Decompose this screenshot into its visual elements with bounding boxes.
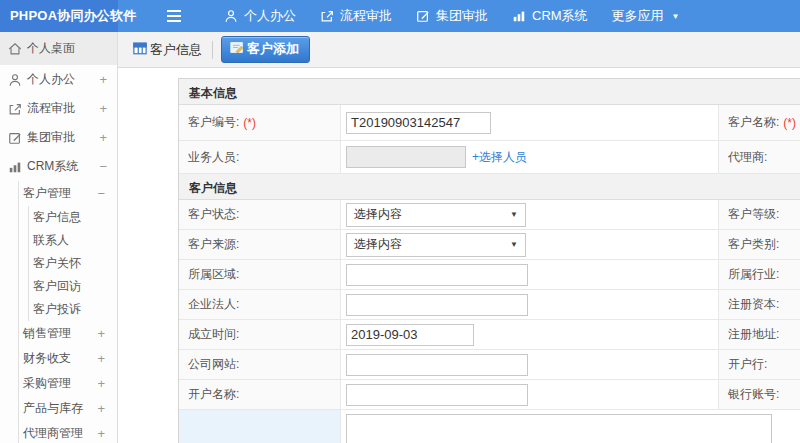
bank-label: 开户行: [719, 350, 800, 379]
required-marker: (*) [243, 116, 256, 130]
form-row-source: 客户来源: 选择内容 ▼ 客户类别: [179, 230, 800, 260]
website-input[interactable] [346, 354, 528, 376]
customer-level-label: 客户等级: [719, 200, 800, 229]
form-add-icon [230, 41, 244, 57]
chart-icon [8, 159, 23, 174]
flow-approve-icon [8, 101, 23, 116]
sidebar: 个人桌面 个人办公 + 流程审批 + 集团审批 + CRM系统 − 客户管理 − [0, 32, 118, 443]
section-header-basic-info: 基本信息 [179, 79, 800, 105]
sidebar-item-customer-info[interactable]: 客户信息 [29, 206, 117, 229]
form-row-region: 所属区域: 所属行业: [179, 260, 800, 290]
sidebar-item-finance[interactable]: 财务收支 + [19, 346, 117, 371]
user-icon [8, 72, 23, 87]
customer-no-input[interactable] [346, 112, 491, 134]
industry-label: 所属行业: [719, 260, 800, 289]
flow-approve-icon [320, 9, 334, 23]
sidebar-item-purchasing[interactable]: 采购管理 + [19, 371, 117, 396]
form-row-note [179, 410, 800, 443]
hamburger-menu-icon[interactable] [166, 0, 186, 32]
bank-account-label: 银行账号: [719, 380, 800, 409]
sidebar-item-personal-office[interactable]: 个人办公 + [0, 65, 117, 94]
customer-management-submenu: 客户信息 联系人 客户关怀 客户回访 客户投诉 [28, 206, 117, 321]
customer-no-label: 客户编号: (*) [179, 105, 341, 140]
chart-icon [512, 9, 526, 23]
sidebar-item-customer-management[interactable]: 客户管理 − [19, 181, 117, 206]
founded-date-input[interactable] [346, 324, 474, 346]
account-name-input[interactable] [346, 384, 528, 406]
section-header-customer-info: 客户信息 [179, 174, 800, 200]
nav-crm-system[interactable]: CRM系统 [500, 0, 600, 32]
sidebar-item-personal-desktop[interactable]: 个人桌面 [0, 32, 117, 65]
sidebar-item-flow-approval[interactable]: 流程审批 + [0, 94, 117, 123]
agent-label: 代理商: [719, 141, 800, 173]
dropdown-arrow-icon: ▼ [510, 240, 518, 249]
customer-source-select[interactable]: 选择内容 ▼ [346, 233, 526, 257]
sidebar-item-group-approval[interactable]: 集团审批 + [0, 123, 117, 152]
website-label: 公司网站: [179, 350, 341, 379]
tab-customer-add[interactable]: 客户添加 [221, 36, 310, 63]
customer-status-label: 客户状态: [179, 200, 341, 229]
nav-group-approval[interactable]: 集团审批 [404, 0, 500, 32]
expand-icon[interactable]: + [97, 426, 107, 441]
region-label: 所属区域: [179, 260, 341, 289]
edit-icon [8, 130, 23, 145]
legal-person-label: 企业法人: [179, 290, 341, 319]
customer-category-label: 客户类别: [719, 230, 800, 259]
sidebar-item-customer-care[interactable]: 客户关怀 [29, 252, 117, 275]
user-icon [224, 9, 238, 23]
sidebar-item-customer-followup[interactable]: 客户回访 [29, 275, 117, 298]
expand-icon[interactable]: + [99, 130, 109, 145]
home-icon [8, 41, 23, 56]
collapse-icon[interactable]: − [99, 159, 109, 174]
sidebar-item-crm-system[interactable]: CRM系统 − [0, 152, 117, 181]
customer-status-select[interactable]: 选择内容 ▼ [346, 203, 526, 227]
app-logo: PHPOA协同办公软件 [0, 0, 118, 32]
sidebar-item-sales-management[interactable]: 销售管理 + [19, 321, 117, 346]
registered-capital-label: 注册资本: [719, 290, 800, 319]
account-name-label: 开户名称: [179, 380, 341, 409]
table-icon [133, 42, 147, 58]
customer-add-form: 基本信息 客户编号: (*) 客户名称: (*) [118, 68, 800, 443]
customer-name-label: 客户名称: (*) [719, 105, 800, 140]
choose-person-link[interactable]: +选择人员 [472, 149, 527, 166]
collapse-icon[interactable]: − [97, 186, 107, 201]
sidebar-item-contacts[interactable]: 联系人 [29, 229, 117, 252]
edit-icon [416, 9, 430, 23]
expand-icon[interactable]: + [99, 101, 109, 116]
form-row-legal-person: 企业法人: 注册资本: [179, 290, 800, 320]
form-row-status: 客户状态: 选择内容 ▼ 客户等级: [179, 200, 800, 230]
region-input[interactable] [346, 264, 528, 286]
form-row-customer-no: 客户编号: (*) 客户名称: (*) [179, 105, 800, 141]
sidebar-item-agent-management[interactable]: 代理商管理 + [19, 421, 117, 443]
dropdown-arrow-icon: ▼ [510, 210, 518, 219]
crm-submenu: 客户管理 − 客户信息 联系人 客户关怀 客户回访 客户投诉 销售管理 + 财务… [18, 181, 117, 443]
registered-address-label: 注册地址: [719, 320, 800, 349]
expand-icon[interactable]: + [97, 351, 107, 366]
expand-icon[interactable]: + [97, 326, 107, 341]
legal-person-input[interactable] [346, 294, 528, 316]
sidebar-item-products-inventory[interactable]: 产品与库存 + [19, 396, 117, 421]
caret-down-icon: ▼ [672, 12, 680, 21]
tab-customer-info[interactable]: 客户信息 [133, 41, 213, 59]
nav-flow-approval[interactable]: 流程审批 [308, 0, 404, 32]
salesperson-input [346, 146, 466, 168]
expand-icon[interactable]: + [99, 72, 109, 87]
expand-icon[interactable]: + [97, 376, 107, 391]
note-label-cell [179, 410, 341, 443]
nav-more-apps[interactable]: 更多应用 ▼ [600, 0, 692, 32]
form-row-website: 公司网站: 开户行: [179, 350, 800, 380]
note-textarea[interactable] [346, 414, 772, 443]
salesperson-label: 业务人员: [179, 141, 341, 173]
nav-personal-office[interactable]: 个人办公 [212, 0, 308, 32]
customer-source-label: 客户来源: [179, 230, 341, 259]
form-row-founded-date: 成立时间: 注册地址: [179, 320, 800, 350]
form-row-salesperson: 业务人员: +选择人员 代理商: [179, 141, 800, 174]
top-header: PHPOA协同办公软件 个人办公 流程审批 集团审批 CRM系统 更多应用 ▼ [0, 0, 800, 32]
top-nav: 个人办公 流程审批 集团审批 CRM系统 更多应用 ▼ [212, 0, 692, 32]
sidebar-item-customer-complaint[interactable]: 客户投诉 [29, 298, 117, 321]
form-row-account-name: 开户名称: 银行账号: [179, 380, 800, 410]
main-content: 客户信息 客户添加 基本信息 客户编号: (*) [118, 32, 800, 443]
expand-icon[interactable]: + [97, 401, 107, 416]
founded-date-label: 成立时间: [179, 320, 341, 349]
tab-bar: 客户信息 客户添加 [118, 32, 800, 68]
